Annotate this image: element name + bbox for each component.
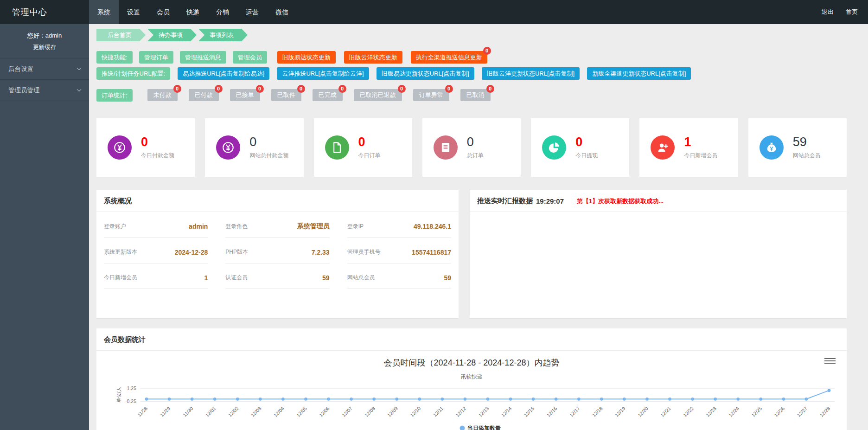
svg-text:12/14: 12/14	[500, 405, 512, 418]
svg-text:12/07: 12/07	[341, 405, 353, 418]
breadcrumb-item-label: 事项列表	[210, 32, 234, 39]
data-point[interactable]	[441, 398, 444, 401]
data-point[interactable]	[191, 398, 194, 401]
overview-cell-label: 网站总会员	[347, 274, 375, 282]
data-point[interactable]	[828, 389, 831, 392]
data-point[interactable]	[213, 398, 217, 401]
sidebar-menu-item[interactable]: 后台设置	[0, 58, 89, 80]
sidebar-menu-item[interactable]: 管理员管理	[0, 80, 89, 101]
order-status-badge[interactable]: 未付款 0	[147, 89, 178, 101]
order-status-badge[interactable]: 订单异常 0	[413, 89, 449, 101]
nav-menu-item[interactable]: 系统	[89, 0, 119, 24]
nav-menu-item[interactable]: 微信	[267, 0, 297, 24]
order-count-badge: 0	[256, 85, 264, 93]
quick-action-button[interactable]: 管理订单	[139, 51, 173, 64]
overview-cell-value: 59	[322, 274, 330, 282]
nav-menu-item[interactable]: 运营	[237, 0, 267, 24]
order-status-badge[interactable]: 已取件 0	[271, 89, 301, 101]
order-status-label: 已付款	[195, 91, 213, 98]
breadcrumb-item[interactable]: 事项列表	[198, 29, 248, 41]
svg-text:12/23: 12/23	[705, 405, 717, 418]
svg-text:12/05: 12/05	[295, 405, 308, 418]
stat-card-body: 0 今日付款金额	[141, 135, 174, 160]
data-point[interactable]	[623, 398, 626, 401]
nav-menu-item[interactable]: 快递	[178, 0, 208, 24]
data-point[interactable]	[668, 398, 671, 401]
data-point[interactable]	[327, 398, 330, 401]
data-point[interactable]	[486, 398, 490, 401]
status-update-button[interactable]: 执行全渠道推送信息更新 0	[411, 51, 487, 64]
breadcrumb-item[interactable]: 后台首页	[96, 29, 146, 41]
svg-text:1.25: 1.25	[127, 385, 137, 391]
copy-url-button[interactable]: 旧版易达更新状态URL[点击复制]	[377, 67, 474, 80]
data-point[interactable]	[577, 398, 581, 401]
overview-cell-value: 1	[204, 274, 208, 282]
copy-url-button[interactable]: 新版全渠道更新状态URL[点击复制]	[587, 67, 691, 80]
data-point[interactable]	[236, 398, 239, 401]
data-point[interactable]	[645, 398, 649, 401]
data-point[interactable]	[145, 398, 148, 401]
nav-menu-item[interactable]: 设置	[119, 0, 148, 24]
stat-card-label: 今日付款金额	[141, 152, 174, 160]
svg-text:12/13: 12/13	[477, 405, 490, 418]
data-point[interactable]	[259, 398, 262, 401]
chart-menu-icon[interactable]	[824, 356, 836, 366]
quick-action-button[interactable]: 管理会员	[233, 51, 267, 64]
svg-text:-0.25: -0.25	[125, 398, 136, 404]
data-point[interactable]	[532, 398, 535, 401]
data-point[interactable]	[281, 398, 285, 401]
nav-menu-item-label: 微信	[275, 8, 288, 16]
data-point[interactable]	[509, 398, 512, 401]
quick-action-button[interactable]: 管理推送消息	[180, 51, 226, 64]
stat-card-body: 0 今日订单	[358, 135, 381, 160]
data-point[interactable]	[395, 398, 398, 401]
breadcrumb-item[interactable]: 待办事项	[147, 29, 197, 41]
order-status-badge[interactable]: 已完成 0	[313, 89, 343, 101]
order-status-badge[interactable]: 已取消已退款 0	[354, 89, 402, 101]
data-point[interactable]	[372, 398, 376, 401]
data-point[interactable]	[736, 398, 740, 401]
data-point[interactable]	[782, 398, 785, 401]
order-status-badge[interactable]: 已付款 0	[189, 89, 219, 101]
data-point[interactable]	[600, 398, 603, 401]
copy-url-button[interactable]: 云洋推送URL[点击复制给云洋]	[277, 67, 369, 80]
order-status-label: 已取消已退款	[360, 91, 396, 98]
refresh-cache-link[interactable]: 更新缓存	[0, 44, 89, 51]
status-update-button-label: 旧版云洋状态更新	[349, 54, 397, 61]
stat-card-value: 0	[575, 135, 598, 149]
data-point[interactable]	[350, 398, 353, 401]
system-overview-cell: 登录IP 49.118.246.1	[347, 212, 451, 238]
nav-menu-item-label: 分销	[216, 8, 229, 16]
chart-legend[interactable]: 当日添加数量	[460, 425, 501, 430]
data-point[interactable]	[805, 398, 808, 401]
data-point[interactable]	[418, 398, 421, 401]
data-point[interactable]	[168, 398, 171, 401]
data-point[interactable]	[304, 398, 307, 401]
order-status-badge[interactable]: 已取消 0	[460, 89, 491, 101]
order-count-badge: 0	[338, 85, 346, 93]
svg-text:12/03: 12/03	[250, 405, 262, 418]
nav-right-link[interactable]: 退出	[822, 8, 834, 16]
data-point[interactable]	[714, 398, 717, 401]
data-point[interactable]	[691, 398, 694, 401]
data-point[interactable]	[464, 398, 467, 401]
data-point[interactable]	[555, 398, 558, 401]
sidebar: 您好：admin 更新缓存 后台设置 管理员管理	[0, 24, 89, 430]
status-update-button[interactable]: 旧版云洋状态更新	[344, 51, 402, 64]
order-status-badge[interactable]: 已接单 0	[230, 89, 260, 101]
copy-url-button[interactable]: 旧版云洋更新状态URL[点击复制]	[482, 67, 580, 80]
nav-menu-item[interactable]: 分销	[208, 0, 237, 24]
status-update-button[interactable]: 旧版易达状态更新	[277, 51, 336, 64]
nav-menu-item[interactable]: 会员	[148, 0, 178, 24]
app-title: 管理中心	[0, 0, 89, 24]
copy-url-button[interactable]: 易达推送URL[点击复制给易达]	[178, 67, 269, 80]
order-status-label: 已接单	[236, 91, 254, 98]
stat-card-icon	[760, 135, 784, 160]
data-point[interactable]	[759, 398, 762, 401]
overview-cell-label: 登录IP	[347, 223, 364, 231]
stat-card: 0 今日付款金额	[96, 118, 195, 177]
svg-text:12/04: 12/04	[273, 405, 285, 418]
stat-card-label: 网站总付款金额	[249, 152, 288, 160]
nav-right-link[interactable]: 首页	[846, 8, 858, 16]
stat-card-icon	[108, 135, 132, 160]
